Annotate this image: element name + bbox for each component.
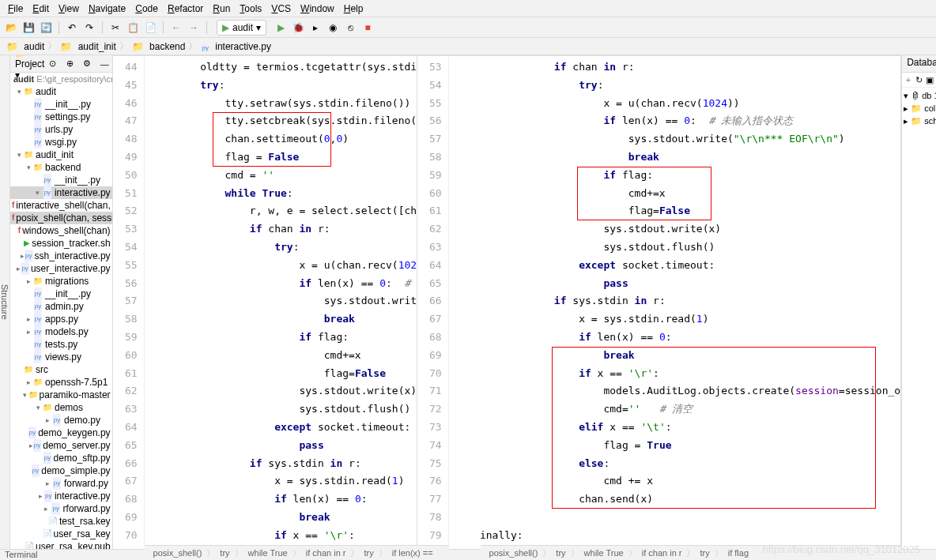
tree-item[interactable]: ▾pyinteractive.py — [10, 186, 112, 199]
tree-item[interactable]: ▸pyapps.py — [10, 313, 112, 325]
tree-item[interactable]: pydemo_simple.py — [10, 464, 112, 477]
tree-item[interactable]: pydemo_keygen.py — [10, 427, 112, 439]
db-tree-item[interactable]: ▸ 📁 coll — [904, 102, 934, 115]
db-tree-item[interactable]: ▸ 📁 sch — [904, 115, 934, 127]
tree-item[interactable]: ▸📁openssh-7.5p1 — [10, 376, 112, 389]
tool-window-bar-left[interactable]: Structure — [0, 55, 10, 549]
hide-icon[interactable]: — — [96, 56, 112, 72]
tree-item[interactable]: 📄test_rsa.key — [10, 515, 112, 528]
tree-item[interactable]: py__init__.py — [10, 288, 112, 300]
tree-item[interactable]: ▸pydemo.py — [10, 414, 112, 427]
tree-item[interactable]: ▸📁migrations — [10, 275, 112, 288]
breadcrumb-item[interactable]: 📁 backend — [132, 41, 186, 52]
database-tree[interactable]: ▾ 🛢 db 1 ▸ 📁 coll ▸ 📁 sch — [902, 88, 936, 129]
tree-item[interactable]: fposix_shell(chan, session_o — [10, 212, 112, 224]
profile-icon[interactable]: ◉ — [325, 20, 341, 36]
cut-icon[interactable]: ✂ — [108, 20, 123, 36]
editor-right[interactable]: 53 54 55 56 57 58 59 60 61 62 63 64 65 6… — [417, 56, 902, 545]
breadcrumb-item[interactable]: 📁 audit_init — [60, 41, 115, 52]
tree-item[interactable]: ▶session_tracker.sh — [10, 237, 112, 250]
tree-item[interactable]: ▸pymodels.py — [10, 325, 112, 338]
menu-run[interactable]: Run — [208, 2, 235, 16]
tree-item[interactable]: ▾📁audit_init — [10, 148, 112, 161]
structure-tool[interactable]: Structure — [0, 284, 9, 320]
db-tree-item[interactable]: ▾ 🛢 db 1 — [904, 89, 934, 102]
tree-item[interactable]: 📄user_rsa_key.pub — [10, 540, 112, 549]
tree-item[interactable]: pysettings.py — [10, 111, 112, 123]
trail-item[interactable]: if chan in r — [306, 548, 346, 558]
redo-icon[interactable]: ↷ — [81, 20, 97, 36]
menu-edit[interactable]: Edit — [28, 2, 54, 16]
add-datasource-icon[interactable]: + — [904, 74, 913, 85]
debug-icon[interactable]: 🐞 — [290, 20, 306, 36]
tree-item[interactable]: pywsgi.py — [10, 136, 112, 148]
open-icon[interactable]: 📂 — [3, 20, 19, 36]
refresh-db-icon[interactable]: ↻ — [915, 74, 924, 85]
menu-help[interactable]: Help — [339, 2, 368, 16]
breadcrumb-item[interactable]: 📁 audit — [6, 41, 44, 52]
run-config-selector[interactable]: ▶audit▾ — [217, 20, 266, 36]
trail-item[interactable]: try — [700, 548, 709, 558]
tree-item[interactable]: 📁src — [10, 363, 112, 376]
menu-window[interactable]: Window — [296, 2, 339, 16]
trail-item[interactable]: posix_shell() — [153, 548, 202, 558]
jump-icon[interactable]: ▣ — [925, 74, 934, 85]
project-tree[interactable]: ▾📁audit py__init__.py pysettings.py pyur… — [10, 85, 112, 549]
tree-item[interactable]: pyviews.py — [10, 351, 112, 363]
run-icon[interactable]: ▶ — [273, 20, 289, 36]
tree-item[interactable]: ▾📁paramiko-master — [10, 389, 112, 401]
tree-item[interactable]: py__init__.py — [10, 174, 112, 186]
tree-item[interactable]: finteractive_shell(chan, sess — [10, 199, 112, 212]
undo-icon[interactable]: ↶ — [64, 20, 80, 36]
code-area[interactable]: if chan in r: try: x = u(chan.recv(1024)… — [449, 56, 901, 545]
trail-item[interactable]: posix_shell() — [489, 548, 538, 558]
tree-item[interactable]: ▾📁demos — [10, 401, 112, 414]
menu-code[interactable]: Code — [130, 2, 163, 16]
tree-item[interactable]: py__init__.py — [10, 98, 112, 111]
tree-item[interactable]: ▸pyuser_interactive.py — [10, 262, 112, 275]
menu-navigate[interactable]: Navigate — [84, 2, 130, 16]
tree-item[interactable]: pydemo_sftp.py — [10, 452, 112, 464]
forward-icon[interactable]: → — [186, 20, 202, 36]
save-icon[interactable]: 💾 — [21, 20, 36, 36]
menu-refactor[interactable]: Refactor — [163, 2, 208, 16]
tree-item[interactable]: pyadmin.py — [10, 300, 112, 313]
breadcrumb-trail-right[interactable]: posix_shell()〉try〉while True〉if chan in … — [481, 545, 902, 560]
attach-icon[interactable]: ⎋ — [342, 20, 358, 36]
refresh-icon[interactable]: 🔄 — [38, 20, 54, 36]
tree-item[interactable]: 📄user_rsa_key — [10, 528, 112, 540]
menu-file[interactable]: File — [3, 2, 28, 16]
tree-item[interactable]: ▸pyinteractive.py — [10, 490, 112, 502]
menu-vcs[interactable]: VCS — [266, 2, 296, 16]
stop-icon[interactable]: ■ — [360, 20, 376, 36]
settings-icon[interactable]: ⚙ — [79, 56, 95, 72]
trail-item[interactable]: try — [220, 548, 229, 558]
tree-item[interactable]: ▸pydemo_server.py — [10, 439, 112, 452]
trail-item[interactable]: while True — [584, 548, 624, 558]
trail-item[interactable]: while True — [248, 548, 288, 558]
tree-item[interactable]: ▸pyrforward.py — [10, 502, 112, 515]
trail-item[interactable]: try — [556, 548, 565, 558]
editor-left[interactable]: 44 45 46 47 48 49 50 51 52 53 54 55 56 5… — [113, 56, 417, 545]
breadcrumb-item[interactable]: py interactive.py — [201, 41, 271, 52]
trail-item[interactable]: if chan in r — [642, 548, 682, 558]
menu-tools[interactable]: Tools — [235, 2, 266, 16]
coverage-icon[interactable]: ▸ — [308, 20, 323, 36]
tree-item[interactable]: ▾📁audit — [10, 85, 112, 98]
expand-icon[interactable]: ⊕ — [62, 56, 77, 72]
tree-item[interactable]: ▸pyssh_interactive.py — [10, 250, 112, 262]
trail-item[interactable]: if flag — [728, 548, 749, 558]
tree-item[interactable]: pyurls.py — [10, 123, 112, 136]
tree-item[interactable]: ▾📁backend — [10, 161, 112, 174]
copy-icon[interactable]: 📋 — [125, 20, 141, 36]
paste-icon[interactable]: 📄 — [142, 20, 158, 36]
collapse-icon[interactable]: ⊙ — [44, 56, 60, 72]
trail-item[interactable]: try — [364, 548, 373, 558]
tree-item[interactable]: pytests.py — [10, 338, 112, 351]
tree-item[interactable]: ▸pyforward.py — [10, 477, 112, 490]
trail-item[interactable]: if len(x) == — [392, 548, 433, 558]
menu-view[interactable]: View — [54, 2, 84, 16]
breadcrumb-trail-left[interactable]: posix_shell()〉try〉while True〉if chan in … — [145, 545, 449, 560]
back-icon[interactable]: ← — [168, 20, 184, 36]
code-area[interactable]: oldtty = termios.tcgetattr(sys.stdin) tr… — [145, 56, 417, 545]
